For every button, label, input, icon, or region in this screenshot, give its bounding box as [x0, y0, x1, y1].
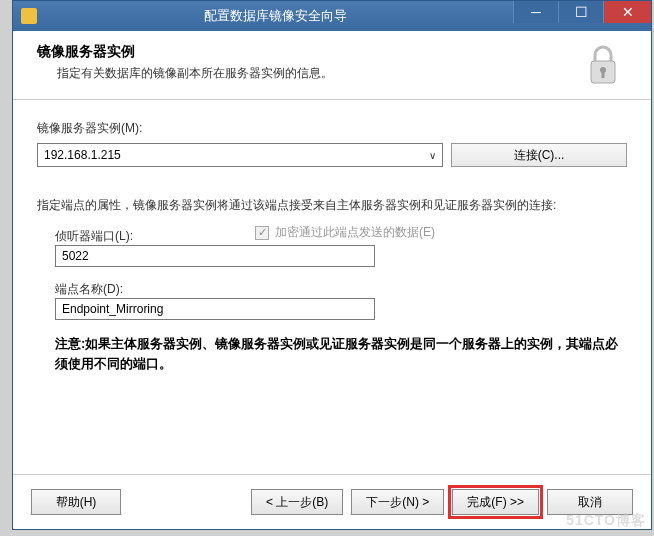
encrypt-checkbox-row: ✓ 加密通过此端点发送的数据(E) — [255, 224, 435, 241]
titlebar: 配置数据库镜像安全向导 ─ ☐ ✕ — [13, 1, 651, 31]
server-row: 192.168.1.215 ∨ 连接(C)... — [37, 143, 627, 167]
maximize-button[interactable]: ☐ — [558, 1, 603, 23]
port-input[interactable] — [55, 245, 375, 267]
page-subtitle: 指定有关数据库的镜像副本所在服务器实例的信息。 — [57, 65, 583, 82]
minimize-button[interactable]: ─ — [513, 1, 558, 23]
endpoint-fields: ✓ 加密通过此端点发送的数据(E) 侦听器端口(L): 端点名称(D): 注意:… — [55, 228, 627, 373]
server-combobox[interactable]: 192.168.1.215 ∨ — [37, 143, 443, 167]
encrypt-label: 加密通过此端点发送的数据(E) — [275, 224, 435, 241]
body-section: 镜像服务器实例(M): 192.168.1.215 ∨ 连接(C)... 指定端… — [13, 100, 651, 474]
endpoint-name-group: 端点名称(D): — [55, 281, 627, 320]
header-text: 镜像服务器实例 指定有关数据库的镜像副本所在服务器实例的信息。 — [37, 43, 583, 82]
app-icon — [21, 8, 37, 24]
close-button[interactable]: ✕ — [603, 1, 651, 23]
server-label-row: 镜像服务器实例(M): — [37, 120, 627, 137]
window-controls: ─ ☐ ✕ — [513, 1, 651, 31]
help-button[interactable]: 帮助(H) — [31, 489, 121, 515]
encrypt-checkbox: ✓ — [255, 226, 269, 240]
wizard-window: 配置数据库镜像安全向导 ─ ☐ ✕ 镜像服务器实例 指定有关数据库的镜像副本所在… — [12, 0, 652, 530]
window-title: 配置数据库镜像安全向导 — [37, 7, 513, 25]
back-button[interactable]: < 上一步(B) — [251, 489, 343, 515]
next-button[interactable]: 下一步(N) > — [351, 489, 444, 515]
server-value: 192.168.1.215 — [44, 148, 429, 162]
chevron-down-icon: ∨ — [429, 150, 436, 161]
endpoint-description: 指定端点的属性，镜像服务器实例将通过该端点接受来自主体服务器实例和见证服务器实例… — [37, 197, 627, 214]
page-title: 镜像服务器实例 — [37, 43, 583, 61]
finish-button[interactable]: 完成(F) >> — [452, 489, 539, 515]
cancel-button[interactable]: 取消 — [547, 489, 633, 515]
endpoint-name-input[interactable] — [55, 298, 375, 320]
note-text: 注意:如果主体服务器实例、镜像服务器实例或见证服务器实例是同一个服务器上的实例，… — [55, 334, 627, 373]
svg-rect-2 — [602, 71, 605, 78]
footer: 帮助(H) < 上一步(B) 下一步(N) > 完成(F) >> 取消 — [13, 474, 651, 529]
header-section: 镜像服务器实例 指定有关数据库的镜像副本所在服务器实例的信息。 — [13, 31, 651, 100]
server-label: 镜像服务器实例(M): — [37, 121, 142, 135]
connect-button[interactable]: 连接(C)... — [451, 143, 627, 167]
content-area: 镜像服务器实例 指定有关数据库的镜像副本所在服务器实例的信息。 镜像服务器实例(… — [13, 31, 651, 529]
endpoint-name-label: 端点名称(D): — [55, 281, 627, 298]
lock-icon — [583, 43, 623, 91]
